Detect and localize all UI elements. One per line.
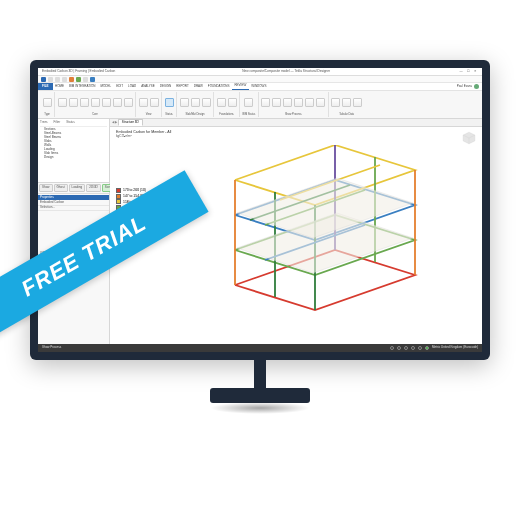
qa-icon-3[interactable]: [83, 77, 88, 82]
tab-edit[interactable]: EDIT: [114, 83, 126, 90]
ribbon-group-tabular: Tabular Data: [329, 92, 365, 117]
minimize-button[interactable]: —: [458, 69, 464, 75]
ribbon-icon[interactable]: [69, 98, 78, 107]
tab-review[interactable]: REVIEW: [232, 83, 249, 90]
ribbon-icon[interactable]: [342, 98, 351, 107]
ribbon-icon[interactable]: [261, 98, 270, 107]
app-screen: Embodied Carbon 3D | Framing | Embodied …: [38, 68, 482, 352]
quick-access-toolbar: [38, 76, 482, 83]
ribbon-icon[interactable]: [244, 98, 253, 107]
ribbon-icon[interactable]: [202, 98, 211, 107]
tab-home[interactable]: HOME: [53, 83, 67, 90]
prop-tab-2d3d[interactable]: 2D/3D: [86, 184, 101, 192]
view-tab-3d[interactable]: Structure 3D: [118, 119, 143, 127]
legend-row: 173 to 260 (10): [116, 188, 146, 193]
status-dot[interactable]: [418, 346, 422, 350]
ribbon-icon[interactable]: [80, 98, 89, 107]
menu-bar: FILE HOME BIM INTEGRATION MODEL EDIT LOA…: [38, 83, 482, 91]
ribbon-icon[interactable]: [43, 98, 52, 107]
qa-icon-2[interactable]: [76, 77, 81, 82]
monitor-frame: Embodied Carbon 3D | Framing | Embodied …: [30, 60, 490, 360]
undo-icon[interactable]: [55, 77, 60, 82]
title-bar: Embodied Carbon 3D | Framing | Embodied …: [38, 68, 482, 76]
ribbon-icon[interactable]: [180, 98, 189, 107]
ribbon-icon[interactable]: [139, 98, 148, 107]
status-dot-active[interactable]: [425, 346, 429, 350]
prop-tab-ghost[interactable]: Ghost: [54, 184, 68, 192]
status-dot[interactable]: [411, 346, 415, 350]
prop-tab-loading[interactable]: Loading: [69, 184, 86, 192]
svg-marker-15: [237, 178, 413, 238]
user-name: Paul Evans: [457, 85, 472, 89]
ribbon-icon[interactable]: [305, 98, 314, 107]
legend-swatch: [116, 194, 121, 199]
ribbon-icon[interactable]: [191, 98, 200, 107]
tab-design[interactable]: DESIGN: [157, 83, 174, 90]
ribbon-group-slab: Slab/Mat Design: [177, 92, 214, 117]
ribbon-icon[interactable]: [283, 98, 292, 107]
ribbon-icon[interactable]: [58, 98, 67, 107]
tab-report[interactable]: REPORT: [174, 83, 191, 90]
ribbon: Type Core View Status Slab/Mat Design Fo…: [38, 91, 482, 119]
ribbon-group-show: Show Process: [259, 92, 329, 117]
ribbon-icon[interactable]: [91, 98, 100, 107]
title-mid: New composite/Composite model — Tekla St…: [242, 70, 330, 74]
prop-tab-show[interactable]: Show: [39, 184, 53, 192]
ribbon-icon[interactable]: [331, 98, 340, 107]
ribbon-icon[interactable]: [150, 98, 159, 107]
tree-headers: Trees Filter Status: [40, 121, 107, 127]
status-bar: Show Process Metric United Kingdom (Euro…: [38, 344, 482, 352]
tab-draw[interactable]: DRAW: [191, 83, 205, 90]
ribbon-icon[interactable]: [353, 98, 362, 107]
qa-icon-1[interactable]: [69, 77, 74, 82]
ribbon-icon[interactable]: [217, 98, 226, 107]
redo-icon[interactable]: [62, 77, 67, 82]
tab-load[interactable]: LOAD: [125, 83, 138, 90]
status-dot[interactable]: [390, 346, 394, 350]
status-left[interactable]: Show Process: [42, 346, 61, 350]
status-dot[interactable]: [397, 346, 401, 350]
ribbon-icon[interactable]: [113, 98, 122, 107]
app-icon: [41, 77, 46, 82]
save-icon[interactable]: [48, 77, 53, 82]
legend-swatch: [116, 199, 121, 204]
embodied-carbon-button[interactable]: [165, 98, 174, 107]
ribbon-group-status: Status: [162, 92, 177, 117]
user-chip[interactable]: Paul Evans: [454, 83, 482, 90]
status-right: Metric United Kingdom (Eurocode): [432, 346, 478, 350]
ribbon-icon[interactable]: [228, 98, 237, 107]
ribbon-group-view: View: [136, 92, 162, 117]
ribbon-icon[interactable]: [316, 98, 325, 107]
ribbon-group-found: Foundations: [214, 92, 240, 117]
file-tab[interactable]: FILE: [38, 83, 53, 90]
ribbon-group-bimstatus: BIM Status: [240, 92, 259, 117]
structural-model-3d[interactable]: [215, 145, 445, 315]
tab-bim[interactable]: BIM INTEGRATION: [67, 83, 98, 90]
ribbon-icon[interactable]: [294, 98, 303, 107]
status-dot[interactable]: [404, 346, 408, 350]
ribbon-icon[interactable]: [272, 98, 281, 107]
title-left: Embodied Carbon 3D | Framing | Embodied …: [42, 70, 115, 74]
viewport-unit: kgCO₂e/m²: [116, 135, 132, 139]
ribbon-icon[interactable]: [102, 98, 111, 107]
tab-analyse[interactable]: ANALYSE: [139, 83, 158, 90]
tab-model[interactable]: MODEL: [98, 83, 114, 90]
tree-item[interactable]: Design: [40, 156, 107, 160]
tree-pane: Trees Filter Status Sections Steel-Beams…: [38, 119, 109, 183]
view-cube-icon[interactable]: [462, 131, 476, 145]
maximize-button[interactable]: ☐: [465, 69, 471, 75]
ribbon-group-core: Core: [55, 92, 136, 117]
avatar-icon: [474, 84, 479, 89]
ribbon-icon[interactable]: [124, 98, 133, 107]
ribbon-group-type: Type: [40, 92, 55, 117]
legend-swatch: [116, 188, 121, 193]
tab-foundations[interactable]: FOUNDATIONS: [205, 83, 232, 90]
qa-icon-4[interactable]: [90, 77, 95, 82]
view-tabs: ◀ ▶ Structure 3D: [110, 119, 482, 127]
close-button[interactable]: ✕: [472, 69, 478, 75]
tab-windows[interactable]: WINDOWS: [249, 83, 269, 90]
monitor-stand: [210, 352, 310, 414]
